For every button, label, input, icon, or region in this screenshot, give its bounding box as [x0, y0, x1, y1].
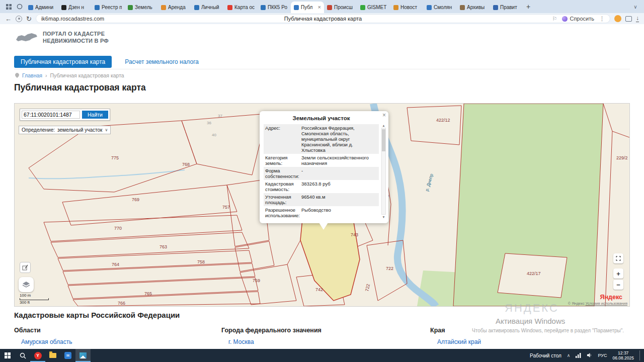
footer-link[interactable]: Алтайский край [437, 338, 494, 345]
popup-scrollbar[interactable]: ▲ ▼ [381, 124, 386, 219]
network-icon[interactable] [576, 351, 581, 360]
tab-label: Земель [135, 5, 155, 10]
profile-button[interactable] [14, 1, 25, 12]
tray-chevron-icon[interactable]: ∧ [567, 353, 571, 358]
browser-tab[interactable]: ПКК5 Ро × [258, 2, 291, 13]
yandex-logo[interactable]: Яндекс [600, 294, 622, 301]
ask-button[interactable]: Спросить [562, 16, 594, 22]
scroll-down-icon[interactable]: ▼ [382, 215, 385, 219]
field-label: Кадастровая стоимость: [264, 180, 300, 193]
tab-list-button[interactable]: ∨ [630, 1, 641, 12]
tab-label: Архивы [467, 5, 487, 10]
scroll-up-icon[interactable]: ▲ [382, 124, 385, 127]
tab-favicon-icon [95, 5, 100, 10]
page-title-text: Публичная кадастровая карта [36, 16, 610, 22]
date: 06.08.2025 [612, 355, 634, 360]
tab-label: GISMET [367, 5, 387, 10]
layers-icon [22, 281, 30, 288]
bookmark-flag-icon[interactable]: ⚐ [552, 16, 557, 22]
tab-label: Новост [400, 5, 421, 10]
definition-select[interactable]: Определение: земельный участок ∨ [19, 126, 111, 134]
taskbar-explorer-button[interactable] [45, 349, 60, 362]
language-indicator[interactable]: РУС [598, 353, 607, 358]
browser-tab[interactable]: Личный × [191, 2, 224, 13]
browser-tab[interactable]: Публ × [291, 2, 324, 13]
close-icon[interactable]: × [382, 112, 386, 118]
url-field[interactable]: ik6map.roscadastres.com Публичная кадаст… [36, 14, 610, 23]
parcel-search-input[interactable] [22, 111, 80, 119]
area-select-button[interactable] [20, 262, 31, 273]
russia-map-icon [15, 32, 38, 43]
site-badge-icon[interactable] [16, 16, 22, 22]
footer-heading: Кадастровые карты Российской Федерации [14, 311, 180, 319]
tab-label: Админи [35, 5, 55, 10]
footer-link[interactable]: Амурская область [21, 338, 87, 345]
browser-tab[interactable]: Смолян × [424, 2, 457, 13]
mail-icon: ✉ [64, 352, 71, 359]
new-tab-button[interactable]: + [523, 1, 533, 12]
zoom-out-button[interactable]: − [613, 280, 623, 290]
browser-tab[interactable]: Дзен н × [58, 2, 92, 13]
popup-field-row: Уточненная площадь: 96540 кв.м [264, 193, 379, 206]
browser-tab[interactable]: Происш × [324, 2, 357, 13]
field-value: - [300, 167, 379, 180]
breadcrumb: Главная › Публичная кадастровая карта [15, 72, 124, 78]
tab-close-icon[interactable]: × [318, 5, 321, 10]
tab-favicon-icon [227, 5, 232, 10]
volume-icon[interactable] [587, 351, 592, 360]
side-panel-button[interactable] [625, 16, 632, 22]
parcel-label: 40 [212, 133, 216, 137]
browser-tab[interactable]: Земель × [125, 2, 158, 13]
scroll-track[interactable] [381, 128, 386, 215]
search-button[interactable]: Найти [82, 111, 108, 119]
start-button[interactable] [0, 349, 15, 362]
browser-tab[interactable]: Аренда × [158, 2, 191, 13]
fullscreen-icon [616, 256, 621, 261]
layers-button[interactable] [19, 277, 34, 292]
browser-tab[interactable]: Карта ос × [224, 2, 258, 13]
menu-button[interactable]: ⋮ [599, 16, 605, 22]
show-desktop-button[interactable] [639, 350, 642, 360]
terms-link[interactable]: Условия использования [586, 301, 627, 306]
tab-favicon-icon [393, 5, 398, 10]
tab-label: Смолян [434, 5, 454, 10]
field-value: Рыбоводство [300, 206, 379, 219]
footer-link[interactable]: г. Москва [228, 338, 321, 345]
breadcrumb-home-link[interactable]: Главная [22, 72, 42, 78]
clock[interactable]: 12:37 06.08.2025 [612, 350, 634, 360]
tab-favicon-icon [427, 5, 432, 10]
taskbar-photos-button[interactable] [75, 349, 91, 362]
browser-tabs: Админи × Дзен н × Реестр п × Земель × [25, 0, 523, 13]
area-select-icon [22, 264, 28, 270]
tab-favicon-icon [128, 5, 133, 10]
footer-column-title: Области [14, 327, 87, 334]
avatar[interactable] [614, 15, 621, 22]
scroll-thumb[interactable] [382, 129, 385, 151]
popup-field-row: Форма собственности: - [264, 167, 379, 180]
tab-label: ПКК5 Ро [268, 5, 288, 10]
tab-label: Реестр п [102, 5, 122, 10]
browser-tab[interactable]: Правит × [490, 2, 523, 13]
browser-tab[interactable]: Реестр п × [92, 2, 125, 13]
taskbar-yandex-browser-button[interactable]: Y [30, 349, 45, 362]
reload-button[interactable]: ↻ [26, 16, 32, 22]
zoom-in-button[interactable]: + [613, 268, 623, 279]
browser-tab[interactable]: Новост × [390, 2, 424, 13]
browser-tab[interactable]: Архивы × [457, 2, 490, 13]
browser-tab[interactable]: Админи × [25, 2, 58, 13]
desktop-toolbar[interactable]: Рабочий стол [530, 353, 561, 358]
parcel-label: 769 [132, 197, 139, 202]
tab-label: Карта ос [234, 5, 255, 10]
parcel-label: 775 [111, 155, 119, 160]
parcel-label: 765 [144, 291, 152, 296]
download-button[interactable]: ↓ [636, 15, 639, 22]
tab-public-cadastral-map[interactable]: Публичная кадастровая карта [14, 56, 112, 68]
back-button[interactable]: ← [5, 16, 12, 22]
fullscreen-button[interactable] [613, 253, 623, 263]
cadastral-map[interactable]: 775 768 769 757 770 743 763 758 764 722 … [14, 103, 630, 307]
link-land-tax[interactable]: Расчет земельного налога [125, 58, 199, 65]
taskbar-mail-button[interactable]: ✉ [60, 349, 75, 362]
taskbar-search-button[interactable] [15, 349, 30, 362]
browser-tab[interactable]: GISMET × [357, 2, 390, 13]
tab-groups-button[interactable] [3, 1, 14, 12]
